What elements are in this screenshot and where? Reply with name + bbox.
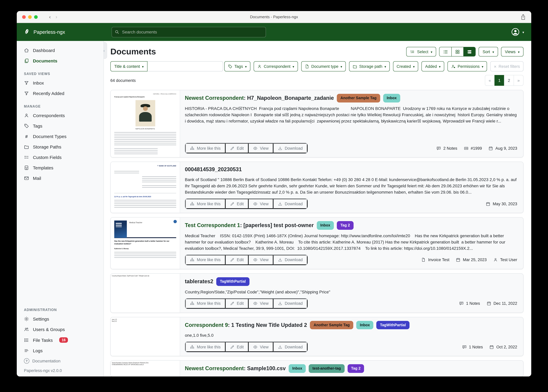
diagram-icon (190, 258, 195, 262)
edit-button[interactable]: Edit (225, 143, 249, 153)
card-actions: More like this Edit View Download (185, 255, 308, 265)
view-table-button[interactable] (440, 47, 452, 56)
document-thumbnail[interactable]: Country,Region/State,"Zip/Postal Code","… (111, 274, 180, 313)
tags-filter-button[interactable]: Tags (224, 61, 250, 71)
view-button[interactable]: View (249, 298, 274, 308)
added-filter-button[interactable]: Added (422, 61, 444, 71)
tag-pill[interactable]: Another Sample Tag (337, 94, 380, 103)
tag-pill[interactable]: Another Sample Tag (310, 321, 353, 329)
correspondent-link[interactable]: Correspondent 9 (185, 322, 228, 328)
tag-pill[interactable]: Inbox (317, 221, 334, 230)
title-text[interactable]: 1 Testing New Title Updated 2 (231, 322, 307, 328)
sidebar-item-recently-added[interactable]: Recently Added (17, 88, 103, 98)
sidebar-item-dashboard[interactable]: Dashboard (17, 45, 103, 56)
document-thumbnail[interactable]: Medical Teacher Has the new Kirkpatrick … (111, 217, 180, 269)
title-content-input[interactable] (148, 61, 223, 71)
download-button[interactable]: Download (274, 298, 308, 308)
correspondent-link[interactable]: Newest Correspondent (185, 365, 244, 371)
more-like-this-button[interactable]: More like this (185, 143, 225, 153)
sidebar-item-logs[interactable]: Logs (17, 345, 103, 356)
sidebar-item-custom-fields[interactable]: Custom Fields (17, 152, 103, 162)
pencil-icon (230, 301, 234, 306)
correspondent-link[interactable]: Test Correspondent 1 (185, 222, 240, 228)
notes-link[interactable]: 1 Notes (462, 345, 483, 349)
views-button[interactable]: Views (501, 47, 523, 56)
sidebar-collapse-button[interactable] (104, 42, 107, 59)
download-button[interactable]: Download (274, 143, 308, 153)
more-like-this-button[interactable]: More like this (185, 255, 225, 265)
more-like-this-button[interactable]: More like this (185, 199, 225, 209)
search-input[interactable] (112, 27, 266, 37)
sidebar-item-settings[interactable]: Settings (17, 314, 103, 324)
chevron-down-icon (384, 64, 386, 69)
tag-pill[interactable]: TagWithPartial (216, 277, 249, 286)
title-text[interactable]: Sample100.csv (247, 365, 286, 371)
edit-button[interactable]: Edit (225, 255, 249, 265)
title-text[interactable]: H7_Napoleon_Bonaparte_zadanie (247, 95, 334, 101)
document-type-link[interactable]: Invoice Test (421, 258, 449, 262)
sidebar-item-storage-paths[interactable]: Storage Paths (17, 142, 103, 152)
tag-pill[interactable]: Inbox (289, 364, 306, 373)
edit-button[interactable]: Edit (225, 199, 249, 209)
document-thumbnail[interactable]: HISTORIA - PRACA DLA CH☒TNYCH Francja po… (111, 90, 180, 157)
document-thumbnail[interactable]: ⚚ BANK OF SCOTLAND 2,0 % p. a. auf Ihr T… (111, 162, 180, 213)
share-icon[interactable] (520, 14, 526, 21)
document-thumbnail[interactable]: Serial Number,Company Name,Employee Mark… (111, 361, 180, 377)
download-button[interactable]: Download (274, 199, 308, 209)
title-text[interactable]: [paperless] test post-owner (243, 222, 314, 228)
documentation-link[interactable]: Documentation (17, 356, 103, 366)
sidebar-item-templates[interactable]: Templates (17, 162, 103, 173)
more-like-this-button[interactable]: More like this (185, 298, 225, 308)
sidebar-item-correspondents[interactable]: Correspondents (17, 110, 103, 121)
edit-button[interactable]: Edit (225, 298, 249, 308)
storage-path-filter-button[interactable]: Storage path (349, 61, 390, 71)
download-button[interactable]: Download (274, 255, 308, 265)
more-like-this-button[interactable]: More like this (185, 342, 225, 352)
saved-views-header: SAVED VIEWS (17, 66, 103, 78)
sidebar-item-document-types[interactable]: # Document Types (17, 131, 103, 142)
view-button[interactable]: View (249, 255, 274, 265)
document-thumbnail[interactable]: one,1.0 five,5.0 (111, 317, 180, 356)
pagination-prev[interactable]: « (485, 75, 495, 86)
select-button[interactable]: Select (406, 47, 436, 56)
notes-link[interactable]: 2 Notes (436, 146, 457, 150)
tag-pill[interactable]: Tag 2 (347, 364, 364, 373)
tag-pill[interactable]: TagWithPartial (376, 321, 410, 329)
edit-button[interactable]: Edit (225, 342, 249, 352)
view-detail-button[interactable] (463, 47, 476, 56)
tag-pill[interactable]: Inbox (383, 94, 400, 103)
title-text[interactable]: tablerates2 (185, 279, 213, 284)
permissions-filter-button[interactable]: Permissions (447, 61, 487, 71)
title-content-dropdown[interactable]: Title & content (110, 61, 148, 71)
pagination-page-2[interactable]: 2 (504, 75, 514, 86)
pencil-icon (230, 146, 234, 150)
tag-pill[interactable]: Inbox (356, 321, 374, 329)
correspondent-filter-button[interactable]: Correspondent (253, 61, 298, 71)
view-button[interactable]: View (249, 143, 274, 153)
tag-pill[interactable]: test-another-tag (309, 364, 345, 373)
sidebar-item-mail[interactable]: Mail (17, 173, 103, 183)
reset-filters-button[interactable]: Reset filters (490, 61, 523, 71)
user-menu[interactable] (511, 28, 524, 36)
sidebar-item-file-tasks[interactable]: File Tasks 16 (17, 335, 103, 345)
question-circle-icon (24, 358, 29, 364)
pagination-next[interactable]: » (514, 75, 523, 86)
download-button[interactable]: Download (274, 342, 308, 352)
pagination-page-1[interactable]: 1 (494, 75, 504, 86)
view-button[interactable]: View (249, 342, 274, 352)
tag-pill[interactable]: Tag 2 (337, 221, 353, 230)
notes-link[interactable]: 1 Notes (459, 301, 480, 306)
sort-button[interactable]: Sort (479, 47, 498, 56)
sidebar-item-inbox[interactable]: Inbox (17, 78, 103, 88)
sidebar-item-documents[interactable]: Documents (17, 56, 103, 66)
view-grid-button[interactable] (452, 47, 463, 56)
sidebar-item-tags[interactable]: Tags (17, 121, 103, 131)
sidebar-item-users-groups[interactable]: Users & Groups (17, 324, 103, 335)
title-text[interactable]: 0004814539_20230531 (185, 166, 242, 172)
created-filter-button[interactable]: Created (393, 61, 418, 71)
created-date: May 30, 2023 (486, 202, 517, 206)
document-type-filter-button[interactable]: Document type (301, 61, 346, 71)
view-button[interactable]: View (249, 199, 274, 209)
correspondent-link[interactable]: Newest Correspondent (185, 95, 244, 101)
brand[interactable]: Paperless-ngx (17, 28, 104, 35)
